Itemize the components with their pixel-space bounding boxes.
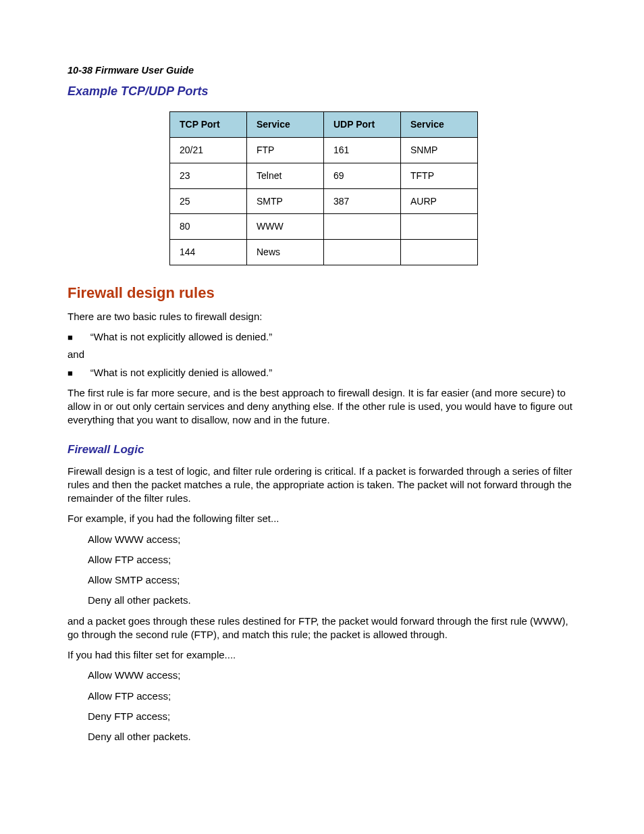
cell: AURP: [401, 188, 478, 214]
bullet-text: “What is not explicitly allowed is denie…: [90, 330, 272, 344]
cell: 25: [170, 188, 247, 214]
running-header: 10-38 Firmware User Guide: [68, 64, 580, 78]
heading-firewall-logic: Firewall Logic: [68, 442, 580, 458]
square-bullet-icon: ■: [68, 369, 73, 377]
example-intro: For example, if you had the following fi…: [68, 512, 580, 525]
and-connector: and: [68, 348, 580, 361]
second-example-intro: If you had this filter set for example..…: [68, 648, 580, 662]
col-udp-port: UDP Port: [324, 111, 401, 137]
cell: 69: [324, 163, 401, 188]
filter-set-1: Allow WWW access; Allow FTP access; Allo…: [88, 533, 580, 608]
cell: 387: [324, 188, 401, 214]
cell: [401, 240, 478, 265]
cell: WWW: [247, 214, 324, 240]
cell: FTP: [247, 137, 324, 163]
cell: 144: [170, 240, 247, 265]
cell: 23: [170, 163, 247, 188]
intro-paragraph: There are two basic rules to firewall de…: [68, 310, 580, 323]
explain-paragraph: and a packet goes through these rules de…: [68, 615, 580, 642]
cell: Telnet: [247, 163, 324, 188]
section-title-ports: Example TCP/UDP Ports: [68, 83, 580, 99]
heading-firewall-rules: Firewall design rules: [68, 283, 580, 303]
cell: 20/21: [170, 137, 247, 163]
cell: SMTP: [247, 188, 324, 214]
cell: 80: [170, 214, 247, 240]
bullet-item: ■ “What is not explicitly allowed is den…: [68, 330, 580, 344]
filter-rule: Allow WWW access;: [88, 533, 580, 546]
col-service-tcp: Service: [247, 111, 324, 137]
cell: 161: [324, 137, 401, 163]
cell: SNMP: [401, 137, 478, 163]
secure-paragraph: The first rule is far more secure, and i…: [68, 386, 580, 427]
cell: [401, 214, 478, 240]
table-row: 80 WWW: [170, 214, 478, 240]
logic-paragraph: Firewall design is a test of logic, and …: [68, 465, 580, 506]
cell: News: [247, 240, 324, 265]
bullet-item: ■ “What is not explicitly denied is allo…: [68, 366, 580, 380]
filter-rule: Allow FTP access;: [88, 689, 580, 703]
table-row: 20/21 FTP 161 SNMP: [170, 137, 478, 163]
cell: [324, 240, 401, 265]
ports-table: TCP Port Service UDP Port Service 20/21 …: [169, 111, 478, 265]
square-bullet-icon: ■: [68, 333, 73, 342]
table-row: 144 News: [170, 240, 478, 265]
table-row: 25 SMTP 387 AURP: [170, 188, 478, 214]
cell: [324, 214, 401, 240]
filter-rule: Allow FTP access;: [88, 553, 580, 567]
filter-rule: Deny all other packets.: [88, 730, 580, 744]
table-row: 23 Telnet 69 TFTP: [170, 163, 478, 188]
col-service-udp: Service: [401, 111, 478, 137]
bullet-text: “What is not explicitly denied is allowe…: [90, 366, 272, 380]
filter-set-2: Allow WWW access; Allow FTP access; Deny…: [88, 669, 580, 744]
filter-rule: Allow WWW access;: [88, 669, 580, 682]
cell: TFTP: [401, 163, 478, 188]
col-tcp-port: TCP Port: [170, 111, 247, 137]
filter-rule: Deny all other packets.: [88, 594, 580, 607]
filter-rule: Allow SMTP access;: [88, 573, 580, 587]
filter-rule: Deny FTP access;: [88, 710, 580, 723]
